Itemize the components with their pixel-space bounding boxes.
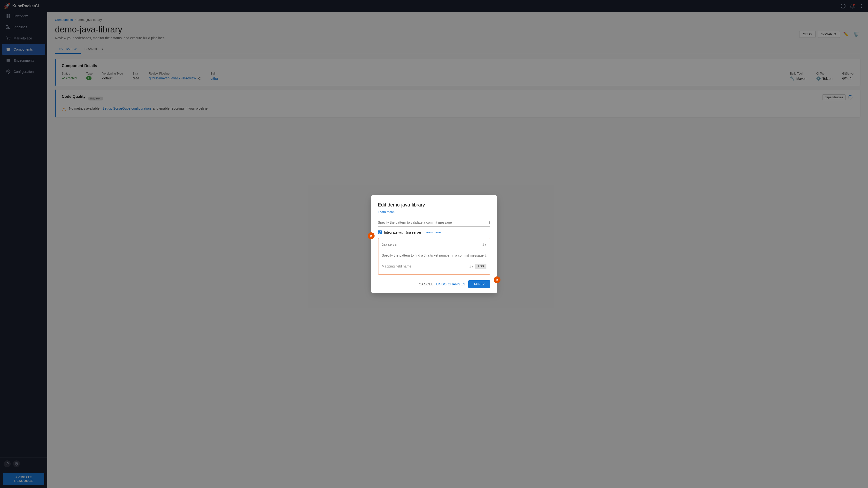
jira-checkbox-row: Integrate with Jira server Learn more. bbox=[378, 230, 490, 234]
jira-ticket-input[interactable] bbox=[382, 253, 485, 258]
jira-server-dropdown-icon[interactable]: ▾ bbox=[485, 242, 487, 247]
commit-pattern-info-icon[interactable]: ℹ bbox=[489, 220, 490, 225]
dialog-title: Edit demo-java-library bbox=[378, 202, 490, 208]
mapping-dropdown-icon[interactable]: ▾ bbox=[472, 264, 473, 268]
jira-section: ℹ ▾ ℹ ℹ ▾ ADD bbox=[378, 238, 490, 274]
mapping-info-icon[interactable]: ℹ bbox=[469, 264, 471, 268]
edit-dialog: A B Edit demo-java-library Learn more. ℹ… bbox=[371, 195, 497, 293]
apply-button[interactable]: APPLY bbox=[468, 280, 490, 288]
mapping-field-input[interactable] bbox=[382, 263, 469, 269]
jira-ticket-field: ℹ bbox=[382, 253, 487, 260]
annotation-b: B bbox=[494, 276, 500, 283]
jira-checkbox-label: Integrate with Jira server bbox=[384, 230, 421, 234]
commit-pattern-input[interactable] bbox=[378, 219, 490, 227]
jira-server-info-icon[interactable]: ℹ bbox=[483, 242, 484, 247]
jira-server-input[interactable] bbox=[382, 241, 483, 248]
mapping-field: ℹ ▾ ADD bbox=[382, 263, 487, 271]
annotation-a: A bbox=[368, 232, 375, 239]
cancel-button[interactable]: CANCEL bbox=[419, 282, 433, 286]
modal-overlay: A B Edit demo-java-library Learn more. ℹ… bbox=[0, 0, 868, 488]
jira-learn-more[interactable]: Learn more. bbox=[425, 230, 442, 234]
undo-button[interactable]: UNDO CHANGES bbox=[436, 282, 465, 286]
jira-ticket-info-icon[interactable]: ℹ bbox=[485, 254, 487, 257]
dialog-learn-more[interactable]: Learn more. bbox=[378, 210, 395, 214]
add-button[interactable]: ADD bbox=[475, 264, 487, 269]
jira-checkbox[interactable] bbox=[378, 230, 382, 234]
commit-pattern-field: ℹ bbox=[378, 219, 490, 227]
jira-server-field: ℹ ▾ bbox=[382, 241, 487, 249]
dialog-footer: CANCEL UNDO CHANGES APPLY bbox=[378, 279, 490, 288]
